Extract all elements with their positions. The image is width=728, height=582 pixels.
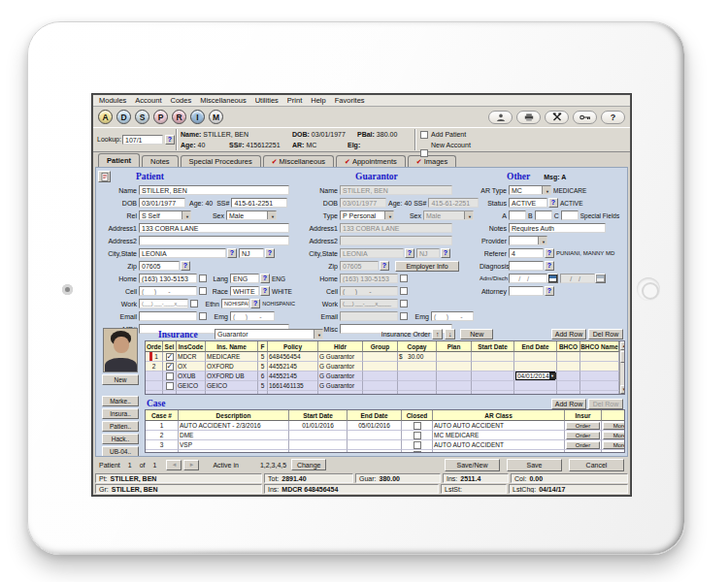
tab-notes[interactable]: Notes (142, 155, 179, 167)
save-new-button[interactable]: Save/New (445, 459, 500, 471)
case-order-button[interactable]: Order (566, 432, 600, 439)
sidebar-hack-button[interactable]: Hack.. (102, 434, 139, 444)
work-checkbox[interactable] (400, 300, 408, 307)
guarantor-name-field[interactable]: STILLER, BEN (340, 185, 452, 195)
case-addrow-button[interactable]: Add Row (551, 399, 586, 409)
sidebar-patient-button[interactable]: Patien.. (102, 421, 139, 432)
menu-miscellaneous[interactable]: Miscellaneous (200, 96, 247, 105)
order-up-button[interactable]: ↑ (432, 329, 443, 340)
scroll-track[interactable] (620, 350, 625, 385)
guarantor-state-field[interactable]: NJ (416, 248, 440, 258)
case-order-button[interactable]: Order (566, 422, 600, 430)
patient-rel-select[interactable]: S Self (139, 210, 191, 220)
guarantor-city-field[interactable]: LEONIA (340, 248, 404, 258)
new-account-checkbox[interactable] (420, 149, 428, 157)
referer-field[interactable]: 4 (509, 248, 544, 258)
module-button-i[interactable]: I (190, 110, 205, 124)
tab-special-procedures[interactable]: Special Procedures (181, 155, 261, 167)
sidebar-insurance-button[interactable]: Insura.. (102, 408, 139, 419)
closed-checkbox[interactable] (414, 441, 421, 449)
special-a-field[interactable] (509, 210, 526, 220)
module-button-p[interactable]: P (153, 110, 168, 124)
sidebar-marketing-button[interactable]: Marke.. (102, 396, 139, 406)
scroll-up-icon[interactable]: ▲ (620, 341, 625, 350)
patient-sex-select[interactable]: Male (226, 210, 277, 220)
menu-modules[interactable]: Modules (99, 96, 126, 105)
end-date-editor[interactable]: 04/01/2014 (515, 372, 555, 380)
closed-checkbox[interactable] (414, 432, 421, 439)
sel-checkbox[interactable] (166, 382, 174, 390)
sidebar-ub04-button[interactable]: UB-04.. (102, 446, 139, 457)
work-checkbox[interactable] (190, 300, 198, 307)
module-button-r[interactable]: R (172, 110, 186, 124)
status-lookup-button[interactable] (548, 198, 558, 208)
insurance-row[interactable]: 1MDCRMEDICARE5648456454G Guarantor$ 30.0… (146, 352, 619, 362)
guarantor-email-field[interactable] (340, 311, 398, 321)
case-more-button[interactable]: More (603, 432, 625, 439)
patient-dob-field[interactable]: 03/01/1977 (139, 198, 185, 208)
home-checkbox[interactable] (199, 275, 207, 282)
guarantor-type-select[interactable]: P Personal (340, 210, 394, 220)
sel-checkbox[interactable] (166, 353, 174, 361)
lookup-input[interactable]: 107/1 (122, 135, 163, 145)
module-button-m[interactable]: M (209, 110, 223, 124)
diagnosis-lookup-button[interactable] (545, 261, 554, 271)
user-button[interactable] (488, 111, 513, 124)
guarantor-home-field[interactable]: (163) 130-5153 (340, 274, 398, 283)
tools-button[interactable] (545, 111, 569, 124)
date-dropdown-icon[interactable] (549, 372, 556, 379)
state-lookup-button[interactable] (441, 248, 450, 258)
insurance-scrollbar[interactable]: ▲ ▼ (619, 341, 625, 394)
menu-help[interactable]: Help (311, 96, 325, 105)
guarantor-address1-field[interactable]: 133 COBRA LANE (340, 223, 452, 233)
email-checkbox[interactable] (400, 312, 408, 320)
attorney-lookup-button[interactable] (545, 286, 554, 296)
patient-address1-field[interactable]: 133 COBRA LANE (139, 223, 289, 233)
module-button-a[interactable]: A (98, 110, 113, 124)
insurance-row[interactable]: GEICOGEICO51661461135G Guarantor (146, 381, 619, 391)
email-checkbox[interactable] (199, 312, 207, 320)
lang-lookup-button[interactable] (260, 274, 270, 283)
adm-date-field[interactable]: __/__/____ (509, 274, 547, 283)
cancel-button[interactable]: Cancel (569, 459, 624, 471)
attorney-field[interactable] (509, 286, 544, 296)
closed-checkbox[interactable] (414, 422, 421, 430)
race-lookup-button[interactable] (260, 286, 270, 296)
insurance-holder-select[interactable]: Guarantor (215, 329, 323, 340)
menu-account[interactable]: Account (135, 96, 161, 105)
patient-work-field[interactable]: (___) ___-____x_____ (139, 299, 188, 308)
help-button[interactable]: ? (601, 111, 625, 124)
next-patient-button[interactable]: ▸ (183, 460, 199, 470)
module-button-s[interactable]: S (135, 110, 149, 124)
add-patient-checkbox[interactable] (420, 131, 428, 139)
scroll-down-icon[interactable]: ▼ (620, 385, 625, 394)
guarantor-emg-field[interactable]: (___) ___-____ (431, 311, 474, 321)
state-lookup-button[interactable] (265, 248, 275, 258)
print-button[interactable] (516, 111, 541, 124)
patient-notes-button[interactable] (98, 171, 111, 182)
insurance-delrow-button[interactable]: Del Row (588, 329, 623, 340)
menu-codes[interactable]: Codes (170, 96, 191, 105)
lookup-help-button[interactable] (165, 135, 175, 145)
patient-ethn-field[interactable]: NOHISPANIC (221, 299, 249, 308)
provider-select[interactable] (509, 236, 547, 245)
home-checkbox[interactable] (400, 275, 408, 282)
guarantor-cell-field[interactable]: (___) ___-____ (340, 286, 398, 296)
guarantor-dob-field[interactable]: 03/01/1977 (340, 198, 386, 208)
guarantor-ss-field[interactable]: 415-61-2251 (428, 198, 479, 208)
zip-lookup-button[interactable] (181, 261, 190, 271)
case-row[interactable]: 2DMEMC MEDICAREOrderMore (146, 431, 625, 440)
case-order-button[interactable]: Order (566, 441, 600, 449)
photo-new-button[interactable]: New (102, 374, 139, 385)
patient-home-field[interactable]: (163) 130-5153 (139, 274, 197, 283)
patient-city-field[interactable]: LEONIA (139, 248, 226, 258)
tab-appointments[interactable]: Appointments (336, 155, 406, 167)
adm-calendar-button[interactable] (547, 274, 558, 283)
special-c-field[interactable] (561, 210, 579, 220)
case-delrow-button[interactable]: Del Row (588, 399, 623, 409)
change-button[interactable]: Change (291, 459, 326, 470)
insurance-addrow-button[interactable]: Add Row (551, 329, 586, 340)
insurance-row[interactable]: 2OXOXFORD544552145G Guarantor (146, 362, 619, 372)
insurance-row[interactable]: OXUBOXFORD UB644552145G Guarantor04/01/2… (146, 372, 619, 381)
disch-calendar-button[interactable] (595, 274, 606, 283)
